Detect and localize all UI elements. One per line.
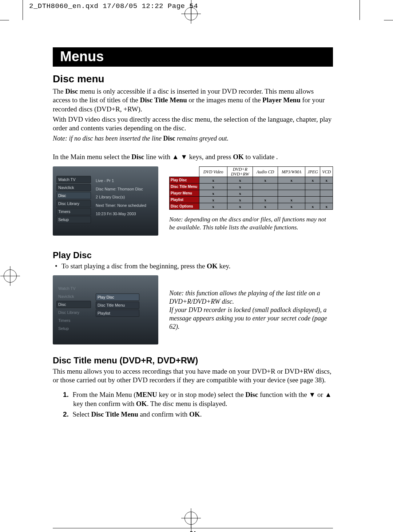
- cell: .: [278, 184, 305, 190]
- text: or the images menu of the: [187, 96, 262, 104]
- row-shot-and-table: Watch TV Naviclick Disc Disc Library Tim…: [53, 166, 333, 236]
- submenu-item-playlist: Playlist: [96, 310, 139, 317]
- cell: .: [320, 184, 333, 190]
- text-bold: Disc: [65, 87, 78, 95]
- cell: x: [320, 177, 333, 184]
- disc-menu-paragraph-2: With DVD video discs you directly access…: [53, 115, 333, 133]
- menu-item-naviclick: Naviclick: [56, 293, 91, 300]
- info-line: Disc Name: Thomson Disc: [96, 185, 155, 193]
- table-row: Player Menu x x . . . .: [170, 190, 333, 197]
- step-number: 2.: [63, 410, 72, 418]
- cell: x: [199, 190, 227, 197]
- cell: x: [199, 203, 227, 210]
- text-bold: OK: [189, 410, 200, 418]
- cell: .: [305, 190, 320, 197]
- text: remains greyed out.: [175, 135, 229, 142]
- text: In the Main menu select the: [53, 153, 131, 161]
- function-table-wrap: DVD Video DVD+RDVD+RW Audio CD MP3/WMA J…: [169, 166, 333, 231]
- cell: x: [253, 197, 278, 203]
- cell: .: [253, 184, 278, 190]
- menu-item-timers: Timers: [56, 317, 91, 324]
- text: Select: [72, 410, 91, 418]
- text: or: [315, 391, 325, 398]
- submenu-item-disc-title-menu: Disc Title Menu: [96, 302, 139, 309]
- cell: x: [227, 184, 253, 190]
- text: .: [200, 410, 202, 418]
- play-disc-list: To start playing a disc from the beginni…: [53, 262, 333, 271]
- menu-item-timers: Timers: [56, 208, 91, 215]
- disc-title-steps: 1. From the Main Menu (MENU key or in st…: [53, 390, 333, 419]
- table-row: Disc Options x x x x x x: [170, 203, 333, 210]
- row-shot2-and-note: Watch TV Naviclick Disc Disc Library Tim…: [53, 275, 333, 348]
- cell: .: [305, 184, 320, 190]
- page-content: Menus Disc menu The Disc menu is only ac…: [53, 47, 333, 532]
- text: keys, and press: [187, 153, 233, 161]
- cell: .: [305, 197, 320, 203]
- list-item: 1. From the Main Menu (MENU key or in st…: [63, 390, 333, 408]
- cell: x: [199, 177, 227, 184]
- col-dvd-video: DVD Video: [199, 167, 227, 177]
- table-row: Playlist x x x x . .: [170, 197, 333, 203]
- cell: .: [253, 190, 278, 197]
- row-label: Disc Options: [170, 203, 199, 210]
- row-label: Play Disc: [170, 177, 199, 184]
- text: DVD+RDVD+RW: [231, 167, 249, 177]
- text: . The disc menu is displayed.: [147, 400, 227, 407]
- cell: x: [278, 177, 305, 184]
- submenu-column: Play Disc Disc Title Menu Playlist: [96, 293, 139, 318]
- text: and confirm with: [138, 410, 189, 418]
- menu-item-disc-library: Disc Library: [56, 309, 91, 316]
- disc-menu-instruction: In the Main menu select the Disc line wi…: [53, 153, 333, 161]
- menu-item-disc: Disc: [56, 192, 91, 199]
- list-item: 2. Select Disc Title Menu and confirm wi…: [63, 410, 333, 419]
- text-bold: Disc: [245, 391, 258, 398]
- down-arrow-icon: ▼: [180, 153, 187, 161]
- text-bold: OK: [233, 153, 244, 161]
- cell: x: [320, 203, 333, 210]
- disc-title-paragraph: This menu allows you to access recording…: [53, 367, 333, 385]
- col-dvdr: DVD+RDVD+RW: [227, 167, 253, 177]
- cell: x: [253, 177, 278, 184]
- text: to validate .: [244, 153, 278, 161]
- cell: .: [320, 197, 333, 203]
- menu-item-disc: Disc: [56, 301, 91, 308]
- text: function with the: [258, 391, 309, 398]
- text-bold: Disc: [163, 135, 175, 142]
- screenshot-disc-submenu: Watch TV Naviclick Disc Disc Library Tim…: [53, 275, 158, 344]
- text: key then confirm with: [73, 400, 136, 407]
- info-line: 2 Library Disc(s): [96, 193, 155, 201]
- cell: x: [227, 197, 253, 203]
- text-bold: Disc Title Menu: [91, 410, 138, 418]
- text-bold: Disc Title Menu: [140, 96, 187, 104]
- info-column: Live - Pr 1 Disc Name: Thomson Disc 2 Li…: [96, 177, 155, 218]
- cell: x: [278, 197, 305, 203]
- text-bold: Player Menu: [262, 96, 301, 104]
- row-label: Player Menu: [170, 190, 199, 197]
- cell: .: [278, 190, 305, 197]
- row-label: Disc Title Menu: [170, 184, 199, 190]
- crop-mark: [0, 20, 9, 20]
- screenshot-main-menu: Watch TV Naviclick Disc Disc Library Tim…: [53, 166, 158, 236]
- note-line: If your DVD recorder is locked (small pa…: [169, 306, 329, 331]
- cell: x: [227, 203, 253, 210]
- text: line with: [144, 153, 172, 161]
- col-vcd: VCD: [320, 167, 333, 177]
- note-line: Note: this function allows the playing o…: [169, 289, 329, 306]
- cell: .: [320, 190, 333, 197]
- cell: x: [253, 203, 278, 210]
- menu-item-watch-tv: Watch TV: [56, 176, 91, 183]
- crop-mark: [360, 0, 360, 20]
- text: To start playing a disc from the beginni…: [61, 262, 207, 270]
- cell: x: [227, 177, 253, 184]
- play-disc-note: Note: this function allows the playing o…: [169, 289, 329, 331]
- submenu-item-play-disc: Play Disc: [96, 293, 139, 301]
- menu-item-watch-tv: Watch TV: [56, 285, 91, 292]
- menu-item-naviclick: Naviclick: [56, 184, 91, 191]
- source-file-header: 2_DTH8060_en.qxd 17/08/05 12:22 Page 54: [29, 2, 198, 10]
- text-bold: Disc: [131, 153, 144, 161]
- cell: x: [305, 203, 320, 210]
- disc-menu-paragraph-1: The Disc menu is only accessible if a di…: [53, 87, 333, 114]
- heading-disc-title-menu: Disc Title menu (DVD+R, DVD+RW): [53, 355, 333, 366]
- footer-rule: [53, 528, 333, 528]
- heading-disc-menu: Disc menu: [53, 73, 333, 85]
